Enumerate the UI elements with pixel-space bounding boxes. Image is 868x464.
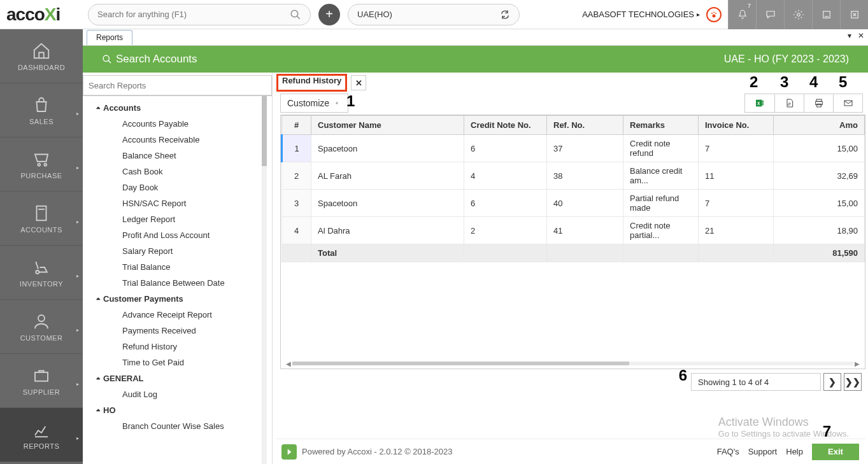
col-creditnote[interactable]: Credit Note No. — [464, 116, 547, 135]
scroll-left-icon[interactable]: ◀ — [285, 360, 292, 367]
pager-last[interactable]: ❯❯ — [844, 373, 862, 391]
tree-scrollbar[interactable] — [262, 96, 267, 464]
sidebar-item-customer[interactable]: CUSTOMER▸ — [0, 300, 83, 354]
branch-selector[interactable]: UAE(HO) — [348, 4, 520, 25]
chevron-right-icon: ▸ — [76, 381, 80, 387]
sidebar-item-reports[interactable]: REPORTS▸ — [0, 408, 83, 462]
faq-link[interactable]: FAQ's — [717, 447, 739, 456]
sidebar-item-purchase[interactable]: PURCHASE▸ — [0, 137, 83, 192]
svg-point-2 — [713, 14, 716, 17]
scrollbar-thumb[interactable] — [292, 362, 629, 365]
tree-leaf[interactable]: Cash Book — [87, 164, 264, 179]
customize-button[interactable]: Customize — [280, 94, 348, 113]
col-remarks[interactable]: Remarks — [623, 116, 699, 135]
tree-group-general[interactable]: GENERAL — [87, 370, 264, 386]
company-selector[interactable]: AABASOFT TECHNOLOGIES▸ — [582, 10, 700, 19]
tree-leaf[interactable]: Payments Received — [87, 323, 264, 339]
table-row[interactable]: 2AL Farah438Balance credit am...1132,69 — [282, 162, 865, 190]
col-idx[interactable]: # — [282, 116, 311, 135]
tree-leaf[interactable]: Trial Balance — [87, 259, 264, 275]
scroll-right-icon[interactable]: ▶ — [853, 360, 861, 367]
search-accounts-button[interactable]: Search Accounts — [102, 53, 197, 66]
export-excel-button[interactable]: X — [745, 94, 774, 112]
sidebar-item-dashboard[interactable]: DASHBOARD — [0, 29, 83, 83]
global-search[interactable] — [88, 4, 311, 25]
global-search-input[interactable] — [97, 10, 290, 19]
notification-count: 7 — [748, 3, 751, 9]
calculator-icon — [32, 204, 51, 223]
chevron-right-icon: ▸ — [76, 273, 80, 279]
tree-leaf[interactable]: Branch Counter Wise Sales — [87, 418, 264, 434]
tab-menu-caret[interactable]: ▾ — [845, 31, 854, 40]
bell-icon — [737, 9, 748, 20]
tree-leaf[interactable]: Salary Report — [87, 243, 264, 259]
pager-next[interactable]: ❯ — [823, 373, 841, 391]
tree-leaf[interactable]: Advance Receipt Report — [87, 307, 264, 323]
chart-icon — [32, 420, 51, 439]
col-refno[interactable]: Ref. No. — [547, 116, 623, 135]
table-row[interactable]: 1Spacetoon637Credit note refund715,00 — [282, 135, 865, 162]
home-icon — [32, 41, 51, 60]
svg-point-3 — [711, 13, 713, 14]
report-search-input[interactable] — [89, 81, 266, 90]
chat-icon — [765, 9, 776, 20]
close-window-button[interactable] — [840, 0, 868, 29]
pdf-icon — [785, 98, 795, 108]
sidebar-item-supplier[interactable]: SUPPLIER▸ — [0, 354, 83, 408]
svg-point-12 — [38, 163, 40, 165]
print-button[interactable] — [804, 94, 833, 112]
svg-rect-7 — [823, 11, 830, 18]
report-tree: Accounts Accounts Payable Accounts Recei… — [83, 96, 272, 464]
settings-button[interactable] — [784, 0, 812, 29]
print-icon — [814, 98, 824, 108]
tree-leaf[interactable]: Refund History — [87, 339, 264, 355]
brand-avatar[interactable] — [706, 7, 722, 22]
tree-group-accounts[interactable]: Accounts — [87, 100, 264, 116]
table-row[interactable]: 3Spacetoon640Partial refund made715,00 — [282, 190, 865, 217]
tab-close-all[interactable]: ✕ — [857, 31, 865, 40]
tree-leaf[interactable]: Balance Sheet — [87, 148, 264, 164]
col-amount[interactable]: Amo — [774, 116, 865, 135]
tree-leaf[interactable]: Trial Balance Between Date — [87, 275, 264, 291]
notifications-button[interactable]: 7 — [728, 0, 756, 29]
tree-leaf[interactable]: Day Book — [87, 179, 264, 195]
minimize-button[interactable] — [812, 0, 840, 29]
col-invoice[interactable]: Invoice No. — [699, 116, 774, 135]
tree-group-ho[interactable]: HO — [87, 402, 264, 418]
export-pdf-button[interactable] — [774, 94, 804, 112]
tree-leaf[interactable]: Profit And Loss Account — [87, 227, 264, 243]
exit-button[interactable]: Exit — [812, 444, 859, 460]
tree-group-customer-payments[interactable]: Customer Payments — [87, 291, 264, 307]
annotation-6: 6 — [679, 367, 687, 384]
col-customer[interactable]: Customer Name — [311, 116, 464, 135]
tree-leaf[interactable]: Time to Get Paid — [87, 355, 264, 370]
chevron-right-icon: ▸ — [76, 327, 80, 333]
tree-leaf[interactable]: Accounts Receivable — [87, 132, 264, 148]
support-link[interactable]: Support — [748, 447, 778, 456]
tab-reports[interactable]: Reports — [87, 30, 132, 45]
tree-leaf[interactable]: Audit Log — [87, 386, 264, 402]
sidebar-item-sales[interactable]: SALES▸ — [0, 83, 83, 137]
tree-leaf[interactable]: HSN/SAC Report — [87, 195, 264, 211]
svg-line-24 — [108, 60, 111, 63]
gear-icon — [332, 99, 341, 108]
sidebar-item-inventory[interactable]: INVENTORY▸ — [0, 246, 83, 300]
add-button[interactable]: + — [318, 4, 340, 25]
annotation-7: 7 — [823, 423, 831, 440]
help-link[interactable]: Help — [786, 447, 803, 456]
report-search[interactable] — [83, 75, 272, 95]
report-tab-refund-history[interactable]: Refund History — [276, 74, 347, 92]
tree-leaf[interactable]: Ledger Report — [87, 211, 264, 227]
email-button[interactable] — [833, 94, 862, 112]
scrollbar-thumb[interactable] — [262, 96, 267, 166]
tree-leaf[interactable]: Accounts Payable — [87, 116, 264, 132]
cart-icon — [32, 150, 51, 169]
chat-button[interactable] — [756, 0, 784, 29]
sidebar-item-accounts[interactable]: ACCOUNTS▸ — [0, 192, 83, 246]
horizontal-scrollbar[interactable]: ◀ ▶ — [285, 359, 861, 368]
table-row[interactable]: 4Al Dahra241Credit note partial...2118,9… — [282, 217, 865, 244]
powered-by-label: Powered by Accoxi - 2.0.12 © 2018-2023 — [302, 447, 453, 456]
svg-rect-33 — [816, 104, 821, 107]
report-tab-close[interactable]: ✕ — [351, 75, 366, 90]
sync-icon — [500, 10, 510, 20]
